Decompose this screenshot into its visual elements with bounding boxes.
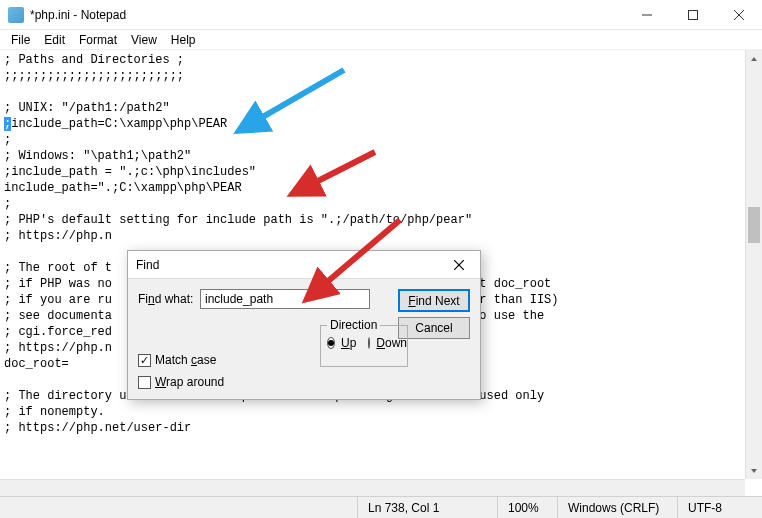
horizontal-scrollbar[interactable] (0, 479, 745, 496)
status-zoom: 100% (497, 497, 557, 518)
window-title: *php.ini - Notepad (30, 8, 624, 22)
menu-edit[interactable]: Edit (37, 32, 72, 48)
menu-view[interactable]: View (124, 32, 164, 48)
statusbar: Ln 738, Col 1 100% Windows (CRLF) UTF-8 (0, 496, 762, 518)
menubar: File Edit Format View Help (0, 30, 762, 49)
svg-marker-4 (751, 57, 757, 61)
minimize-button[interactable] (624, 0, 670, 30)
app-icon (8, 7, 24, 23)
titlebar: *php.ini - Notepad (0, 0, 762, 30)
dialog-titlebar[interactable]: Find (128, 251, 480, 279)
wrap-around-checkbox[interactable] (138, 376, 151, 389)
match-case-label: Match case (155, 353, 216, 367)
maximize-button[interactable] (670, 0, 716, 30)
scroll-down-button[interactable] (746, 462, 762, 479)
vertical-scrollbar[interactable] (745, 50, 762, 479)
find-next-button[interactable]: Find Next (398, 289, 470, 312)
match-case-checkbox[interactable] (138, 354, 151, 367)
scroll-thumb[interactable] (748, 207, 760, 243)
direction-down-label: Down (376, 336, 407, 350)
svg-rect-1 (689, 10, 698, 19)
direction-up-label: Up (341, 336, 356, 350)
menu-file[interactable]: File (4, 32, 37, 48)
direction-group: Direction Up Down (320, 325, 408, 367)
dialog-title: Find (136, 258, 438, 272)
svg-marker-5 (751, 469, 757, 473)
scroll-up-button[interactable] (746, 50, 762, 67)
find-what-input[interactable] (200, 289, 370, 309)
direction-down-radio[interactable] (368, 337, 370, 349)
cancel-button[interactable]: Cancel (398, 317, 470, 339)
status-encoding: UTF-8 (677, 497, 762, 518)
status-position: Ln 738, Col 1 (357, 497, 497, 518)
direction-legend: Direction (327, 318, 380, 332)
direction-up-radio[interactable] (327, 337, 335, 349)
menu-format[interactable]: Format (72, 32, 124, 48)
find-dialog: Find Find what: Find Next Cancel Directi… (127, 250, 481, 400)
status-line-ending: Windows (CRLF) (557, 497, 677, 518)
wrap-around-label: Wrap around (155, 375, 224, 389)
menu-help[interactable]: Help (164, 32, 203, 48)
dialog-close-button[interactable] (438, 251, 480, 279)
find-what-label: Find what: (138, 292, 200, 306)
close-button[interactable] (716, 0, 762, 30)
